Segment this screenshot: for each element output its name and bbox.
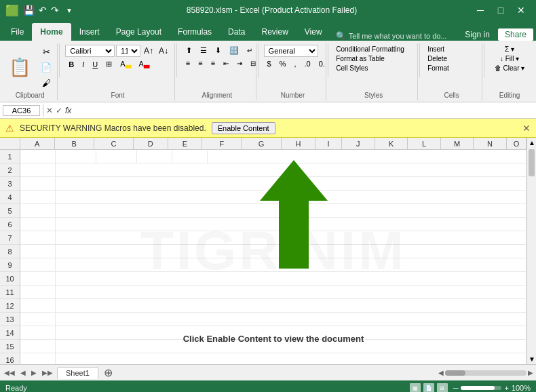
cell-a7[interactable]: [20, 231, 56, 245]
bold-button[interactable]: B: [65, 59, 77, 70]
align-middle-button[interactable]: ☰: [197, 45, 210, 56]
col-header-j[interactable]: J: [342, 138, 375, 149]
wrap-text-button[interactable]: ↵: [244, 45, 256, 56]
cell-a8[interactable]: [20, 245, 56, 258]
cell-a12[interactable]: [20, 299, 56, 313]
cell-e1[interactable]: [172, 150, 208, 163]
tab-page-layout[interactable]: Page Layout: [108, 23, 170, 41]
row-num-16[interactable]: 16: [0, 353, 20, 364]
copy-button[interactable]: 📄: [37, 60, 56, 75]
row-num-14[interactable]: 14: [0, 326, 20, 340]
cell-a5[interactable]: [20, 204, 56, 218]
row-num-3[interactable]: 3: [0, 177, 20, 191]
normal-view-button[interactable]: ▦: [410, 383, 421, 392]
formula-input[interactable]: [77, 106, 533, 115]
scroll-up-button[interactable]: ▲: [527, 138, 536, 148]
row-num-4[interactable]: 4: [0, 191, 20, 204]
decimal-dec-button[interactable]: 0.: [315, 58, 328, 69]
row-num-15[interactable]: 15: [0, 340, 20, 353]
align-left-button[interactable]: ≡: [183, 58, 193, 68]
cell-a3[interactable]: [20, 177, 56, 191]
font-color-button[interactable]: A▃: [136, 58, 153, 70]
cell-rest16[interactable]: [56, 353, 527, 364]
sheet-nav-left[interactable]: ◀: [19, 368, 27, 378]
sheet-nav-right-end[interactable]: ▶▶: [41, 368, 54, 378]
percent-button[interactable]: %: [276, 58, 290, 69]
cut-button[interactable]: ✂: [37, 45, 56, 59]
tab-insert[interactable]: Insert: [71, 23, 108, 41]
undo-icon[interactable]: ↶: [39, 5, 47, 16]
tab-formulas[interactable]: Formulas: [170, 23, 220, 41]
name-box[interactable]: [3, 105, 40, 116]
sign-in-button[interactable]: Sign in: [465, 30, 490, 39]
font-name-select[interactable]: Calibri: [65, 45, 115, 57]
cell-rest11[interactable]: [56, 286, 527, 299]
cell-b1[interactable]: [56, 150, 96, 163]
scroll-thumb[interactable]: [529, 149, 535, 176]
tab-data[interactable]: Data: [220, 23, 253, 41]
tab-file[interactable]: File: [3, 23, 32, 41]
conditional-formatting-button[interactable]: Conditional Formatting: [334, 45, 413, 54]
zoom-in-button[interactable]: +: [504, 384, 508, 392]
text-angle-button[interactable]: 🔠: [226, 45, 242, 56]
increase-indent-button[interactable]: ⇥: [233, 58, 246, 68]
cell-a13[interactable]: [20, 313, 56, 326]
format-button[interactable]: Format: [425, 64, 478, 73]
redo-icon[interactable]: ↷: [51, 5, 59, 16]
cell-rest10[interactable]: [56, 272, 527, 286]
col-header-b[interactable]: B: [55, 138, 94, 149]
row-num-9[interactable]: 9: [0, 258, 20, 272]
tell-me-placeholder[interactable]: Tell me what you want to do...: [349, 32, 447, 40]
scroll-down-button[interactable]: ▼: [527, 354, 536, 364]
paste-button[interactable]: 📋: [4, 50, 35, 85]
minimize-button[interactable]: ─: [471, 3, 490, 18]
col-header-o[interactable]: O: [507, 138, 527, 149]
cell-rest1[interactable]: [208, 150, 527, 163]
add-sheet-button[interactable]: ⊕: [101, 366, 115, 379]
row-num-12[interactable]: 12: [0, 299, 20, 313]
fill-button[interactable]: ↓ Fill ▾: [490, 54, 529, 63]
row-num-13[interactable]: 13: [0, 313, 20, 326]
sheet-nav-right[interactable]: ▶: [30, 368, 38, 378]
cell-a16[interactable]: [20, 353, 56, 364]
decrease-font-button[interactable]: A↓: [157, 45, 170, 56]
cell-rest12[interactable]: [56, 299, 527, 313]
row-num-1[interactable]: 1: [0, 150, 20, 163]
page-break-view-button[interactable]: ⊞: [437, 383, 448, 392]
row-num-8[interactable]: 8: [0, 245, 20, 258]
hscroll-left-button[interactable]: ◀: [438, 369, 444, 376]
confirm-icon[interactable]: ✓: [56, 106, 62, 115]
currency-button[interactable]: $: [264, 58, 275, 69]
vertical-scrollbar[interactable]: ▲ ▼: [527, 138, 536, 364]
row-num-10[interactable]: 10: [0, 272, 20, 286]
sheet-tab-sheet1[interactable]: Sheet1: [57, 367, 98, 379]
col-header-i[interactable]: I: [315, 138, 342, 149]
col-header-l[interactable]: L: [408, 138, 441, 149]
comma-button[interactable]: ,: [291, 58, 300, 69]
decrease-indent-button[interactable]: ⇤: [220, 58, 232, 68]
share-button[interactable]: Share: [498, 28, 533, 41]
horizontal-scrollbar[interactable]: [445, 370, 527, 376]
tab-view[interactable]: View: [296, 23, 330, 41]
col-header-h[interactable]: H: [282, 138, 316, 149]
insert-button[interactable]: Insert: [425, 45, 478, 54]
number-format-select[interactable]: General: [264, 45, 318, 57]
cell-a2[interactable]: [20, 163, 56, 177]
save-icon[interactable]: 💾: [23, 5, 35, 16]
row-num-7[interactable]: 7: [0, 231, 20, 245]
col-header-f[interactable]: F: [202, 138, 242, 149]
security-bar-close-icon[interactable]: ✕: [522, 123, 531, 134]
format-painter-button[interactable]: 🖌: [37, 76, 56, 90]
grid-content[interactable]: TIGRINIM Click Enable Content to view th…: [20, 150, 527, 364]
col-header-a[interactable]: A: [20, 138, 55, 149]
cell-rest13[interactable]: [56, 313, 527, 326]
tab-review[interactable]: Review: [253, 23, 296, 41]
row-num-6[interactable]: 6: [0, 218, 20, 231]
ribbon-toggle-icon[interactable]: ▼: [66, 7, 73, 14]
format-as-table-button[interactable]: Format as Table: [334, 54, 413, 63]
row-num-11[interactable]: 11: [0, 286, 20, 299]
align-right-button[interactable]: ≡: [208, 58, 218, 68]
align-bottom-button[interactable]: ⬇: [212, 45, 225, 56]
col-header-n[interactable]: N: [474, 138, 507, 149]
autosum-button[interactable]: Σ ▾: [490, 45, 529, 54]
